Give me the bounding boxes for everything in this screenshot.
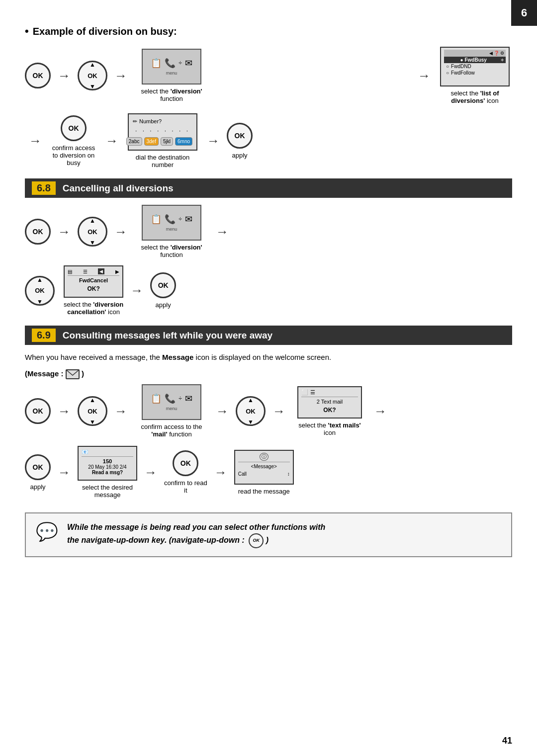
ok-apply-block: OK apply	[227, 123, 253, 159]
nav-circle-68b[interactable]: ▲ OK ▼	[25, 276, 55, 306]
mail-screen-block: 📋 📞 ÷ ✉ menu confirm access to the 'mail…	[134, 384, 209, 438]
caption-68-diversion: select the 'diversion' function	[134, 244, 209, 258]
nav-circle-1[interactable]: ▲ OK ▼	[78, 61, 107, 90]
cancel-icon3: ◀	[98, 268, 104, 274]
ok-cancel-68: ▲ OK ▼	[25, 276, 55, 306]
nav-ok-label: OK	[88, 72, 97, 80]
info-line1: While the message is being read you can …	[67, 523, 325, 531]
caption-68-apply: apply	[156, 301, 171, 309]
up-arrow-69: ▲	[90, 397, 95, 404]
screen-68-book: 📋	[151, 214, 162, 225]
mail-screen-book: 📋	[151, 393, 162, 404]
arrow-69-1: →	[58, 404, 71, 419]
message-close-paren: )	[82, 369, 84, 378]
screen-68-mail: ✉	[185, 214, 192, 225]
nav-ok-68b: OK	[35, 287, 45, 294]
caption-mail: confirm access to the 'mail' function	[134, 423, 209, 438]
ok-button-69-1[interactable]: OK	[25, 398, 51, 424]
diversion-screen: 📋 📞 ÷ ✉ menu	[142, 49, 201, 84]
key-2abc[interactable]: 2abc	[126, 137, 142, 146]
ok-69-2: ▲ OK ▼	[236, 396, 266, 426]
screen-68-div: ÷	[179, 216, 182, 223]
ok-button-1[interactable]: OK	[25, 63, 51, 88]
nav-circle-68[interactable]: ▲ OK ▼	[78, 217, 107, 247]
msg-list-line1: 150	[82, 458, 133, 464]
div-screen-block: 📋 📞 ÷ ✉ menu select the 'diversion' func…	[134, 49, 209, 102]
section-69-header: 6.9 Consulting messages left while you w…	[25, 326, 512, 345]
arrow-68-2: →	[114, 224, 127, 240]
num-keypad: 2abc 3def 5jkl 6mno	[133, 137, 192, 146]
arrow-69-4: →	[272, 404, 285, 419]
info-close-paren: )	[266, 536, 268, 544]
ok-button-3[interactable]: OK	[227, 123, 253, 149]
list-item-fwdfollow: ○ FwdFollow	[444, 70, 506, 76]
msg-list-header: 📧	[82, 449, 133, 457]
message-envelope-icon	[66, 369, 80, 379]
arrow-1: →	[58, 68, 71, 84]
caption-cancel-icon: select the 'diversioncancellation' icon	[64, 301, 123, 316]
msg-icon1: ⬜	[301, 389, 308, 396]
nav-ok-69b: OK	[246, 408, 256, 415]
msg-screen-header: ⬜ ☰	[301, 389, 358, 397]
screen-68-sub: menu	[166, 227, 178, 232]
down-arrow-69b: ▼	[248, 419, 254, 425]
nav-68-block: ▲ OK ▼	[78, 217, 107, 247]
cancel-icon1: ▤	[68, 269, 72, 274]
read-screen-block: ⓘ <Message> Call ↕ read the message	[234, 450, 294, 495]
info-circle-icon: ⓘ	[260, 453, 268, 461]
caption-confirm-read: confirm to readit	[164, 479, 207, 494]
top-bar-icon3: ⚙	[500, 51, 504, 56]
arrow-2: →	[114, 68, 127, 84]
nav-ok-68: OK	[88, 228, 97, 236]
text-mail-screen-block: ⬜ ☰ 2 Text mail OK? select the 'text mai…	[292, 386, 367, 436]
text-screen-line1: 2 Text mail	[301, 399, 358, 405]
ok-button-68-1[interactable]: OK	[25, 219, 51, 245]
arrow-69-2: →	[114, 404, 127, 419]
arrow-68-3: →	[216, 224, 229, 240]
div-68-screen-block: 📋 📞 ÷ ✉ menu select the 'diversion' func…	[134, 205, 209, 258]
ok-btn-1-block: OK	[25, 63, 51, 88]
read-screen-header: ⓘ	[238, 453, 290, 462]
ok-button-68-apply[interactable]: OK	[150, 272, 176, 298]
cancel-screen-label: FwdCancel	[68, 277, 119, 283]
list-item-fwddnd: ○ FwdDND	[444, 63, 506, 70]
arrow-68-5: →	[130, 283, 143, 298]
ok-button-69-apply[interactable]: OK	[25, 454, 51, 480]
nav-circle-69[interactable]: ▲ OK ▼	[78, 396, 107, 426]
page-number: 6	[521, 6, 527, 19]
screen-icon-book: 📋	[151, 58, 162, 69]
key-3def[interactable]: 3def	[144, 137, 159, 146]
info-box: 💬 While the message is being read you ca…	[25, 512, 512, 557]
msg-list-icon: 📧	[82, 449, 89, 455]
ok-69-confirm: OK confirm to readit	[164, 450, 207, 494]
page-num-display: 41	[502, 736, 512, 746]
list-diversion-screen: ◀ ❓ ⚙ ● FwdBusy ÷ ○ FwdDND ○ FwdFollow	[440, 47, 510, 86]
read-screen-arrow: ↕	[287, 471, 290, 477]
arrow-3: →	[418, 68, 431, 84]
section-69-title: Consulting messages left while you were …	[63, 330, 272, 341]
section-68-header: 6.8 Cancelling all diversions	[25, 178, 512, 198]
read-screen-line1: <Message>	[238, 464, 290, 469]
num-screen-label: Number?	[139, 118, 162, 124]
ok-68-1: OK	[25, 219, 51, 245]
ok-button-2[interactable]: OK	[61, 115, 87, 141]
cancel-icon4: ▶	[115, 269, 119, 274]
diversion-68-screen: 📋 📞 ÷ ✉ menu	[142, 205, 201, 241]
up-arrow-68: ▲	[90, 217, 95, 224]
text-mail-screen: ⬜ ☰ 2 Text mail OK?	[297, 386, 362, 419]
screen-subtitle: menu	[166, 71, 178, 76]
read-msg-screen: ⓘ <Message> Call ↕	[234, 450, 294, 485]
caption-read-msg: read the message	[238, 488, 290, 495]
read-screen-line2-row: Call ↕	[238, 471, 290, 477]
ok-button-69-confirm[interactable]: OK	[173, 450, 198, 476]
arrow-5: →	[105, 133, 118, 149]
cancel-screen-header: ▤ ☰ ◀ ▶	[68, 268, 119, 276]
list-item-fwdbusy: ● FwdBusy ÷	[444, 57, 506, 63]
key-6mno[interactable]: 6mno	[175, 137, 192, 146]
nav-circle-69b[interactable]: ▲ OK ▼	[236, 396, 266, 426]
nav-ok-block: ▲ OK ▼	[78, 61, 107, 90]
caption-apply-1: apply	[232, 152, 247, 159]
key-5jkl[interactable]: 5jkl	[161, 137, 173, 146]
top-bar-icon2: ❓	[494, 51, 499, 56]
screen-top-bar: ◀ ❓ ⚙	[444, 50, 506, 57]
